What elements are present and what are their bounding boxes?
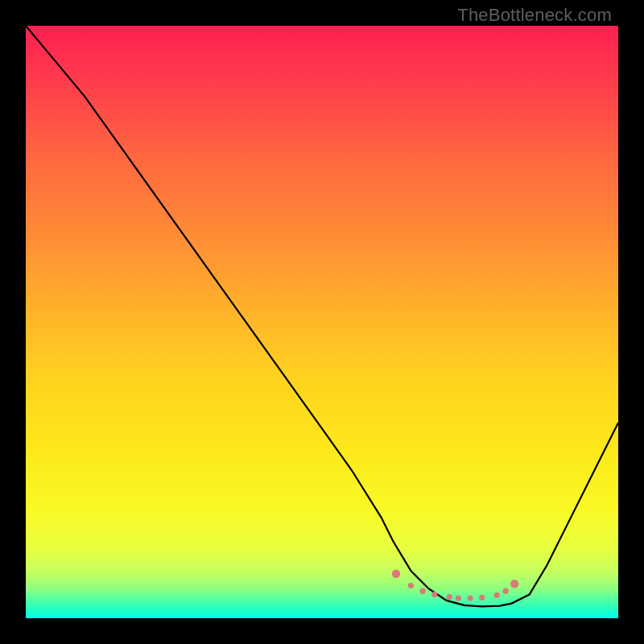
marker-point: [479, 595, 485, 601]
watermark-text: TheBottleneck.com: [457, 5, 612, 26]
marker-point: [420, 588, 426, 594]
marker-point: [408, 583, 414, 588]
marker-point: [431, 592, 437, 597]
plot-area: [26, 26, 618, 618]
marker-point: [456, 595, 461, 601]
bottleneck-curve: [26, 26, 618, 606]
chart-frame: TheBottleneck.com: [0, 0, 644, 644]
marker-point: [392, 570, 400, 578]
marker-point: [447, 594, 452, 600]
marker-point: [494, 592, 500, 598]
marker-point: [510, 580, 518, 588]
optimal-range-markers: [392, 570, 519, 601]
marker-point: [503, 588, 509, 594]
chart-svg: [26, 26, 618, 618]
marker-point: [467, 595, 473, 601]
